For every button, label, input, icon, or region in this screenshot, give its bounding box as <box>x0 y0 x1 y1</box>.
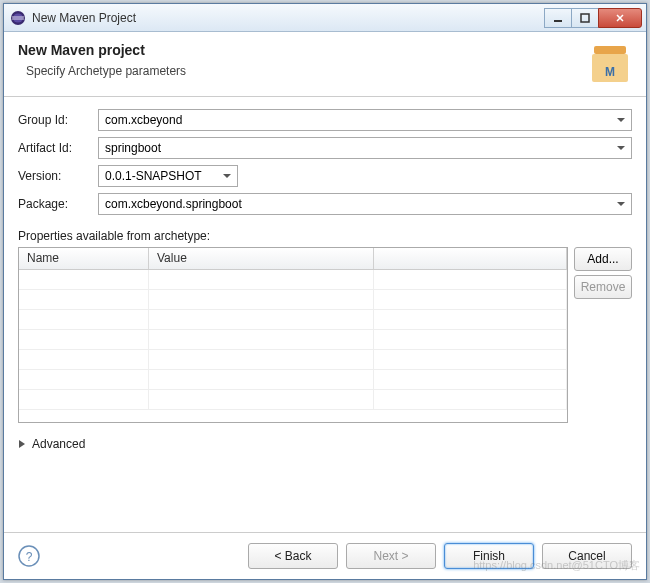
window-title: New Maven Project <box>32 11 545 25</box>
group-id-field[interactable]: com.xcbeyond <box>98 109 632 131</box>
maven-icon: M <box>588 42 632 86</box>
add-button[interactable]: Add... <box>574 247 632 271</box>
maximize-button[interactable] <box>571 8 599 28</box>
chevron-down-icon <box>617 146 625 150</box>
minimize-button[interactable] <box>544 8 572 28</box>
svg-rect-4 <box>594 46 626 54</box>
chevron-down-icon <box>617 202 625 206</box>
eclipse-icon <box>10 10 26 26</box>
group-id-value: com.xcbeyond <box>105 113 182 127</box>
back-button[interactable]: < Back <box>248 543 338 569</box>
titlebar[interactable]: New Maven Project <box>4 4 646 32</box>
table-row[interactable] <box>19 370 567 390</box>
properties-table[interactable]: Name Value <box>18 247 568 423</box>
remove-button: Remove <box>574 275 632 299</box>
advanced-label: Advanced <box>32 437 85 451</box>
table-row[interactable] <box>19 290 567 310</box>
svg-point-1 <box>13 13 23 22</box>
artifact-id-field[interactable]: springboot <box>98 137 632 159</box>
content-area: Group Id: com.xcbeyond Artifact Id: spri… <box>4 97 646 532</box>
dialog-header: New Maven project Specify Archetype para… <box>4 32 646 97</box>
svg-rect-3 <box>581 14 589 22</box>
table-row[interactable] <box>19 390 567 410</box>
finish-button[interactable]: Finish <box>444 543 534 569</box>
table-row[interactable] <box>19 270 567 290</box>
advanced-toggle[interactable]: Advanced <box>18 437 632 451</box>
svg-rect-2 <box>554 20 562 22</box>
package-value: com.xcbeyond.springboot <box>105 197 242 211</box>
table-row[interactable] <box>19 350 567 370</box>
table-row[interactable] <box>19 310 567 330</box>
window-controls <box>545 8 642 28</box>
chevron-down-icon <box>617 118 625 122</box>
version-field[interactable]: 0.0.1-SNAPSHOT <box>98 165 238 187</box>
column-empty <box>374 248 567 269</box>
table-header: Name Value <box>19 248 567 270</box>
next-button: Next > <box>346 543 436 569</box>
svg-text:?: ? <box>26 550 33 564</box>
table-row[interactable] <box>19 330 567 350</box>
dialog-footer: ? < Back Next > Finish Cancel <box>4 532 646 579</box>
help-icon[interactable]: ? <box>18 545 40 567</box>
cancel-button[interactable]: Cancel <box>542 543 632 569</box>
close-button[interactable] <box>598 8 642 28</box>
column-name[interactable]: Name <box>19 248 149 269</box>
group-id-label: Group Id: <box>18 113 98 127</box>
page-subtitle: Specify Archetype parameters <box>26 64 588 78</box>
triangle-right-icon <box>18 440 26 448</box>
chevron-down-icon <box>223 174 231 178</box>
artifact-id-label: Artifact Id: <box>18 141 98 155</box>
package-field[interactable]: com.xcbeyond.springboot <box>98 193 632 215</box>
properties-label: Properties available from archetype: <box>18 229 632 243</box>
column-value[interactable]: Value <box>149 248 374 269</box>
dialog-window: New Maven Project New Maven project Spec… <box>3 3 647 580</box>
version-label: Version: <box>18 169 98 183</box>
package-label: Package: <box>18 197 98 211</box>
svg-text:M: M <box>605 65 615 79</box>
table-body <box>19 270 567 422</box>
version-value: 0.0.1-SNAPSHOT <box>105 169 202 183</box>
page-title: New Maven project <box>18 42 588 58</box>
artifact-id-value: springboot <box>105 141 161 155</box>
